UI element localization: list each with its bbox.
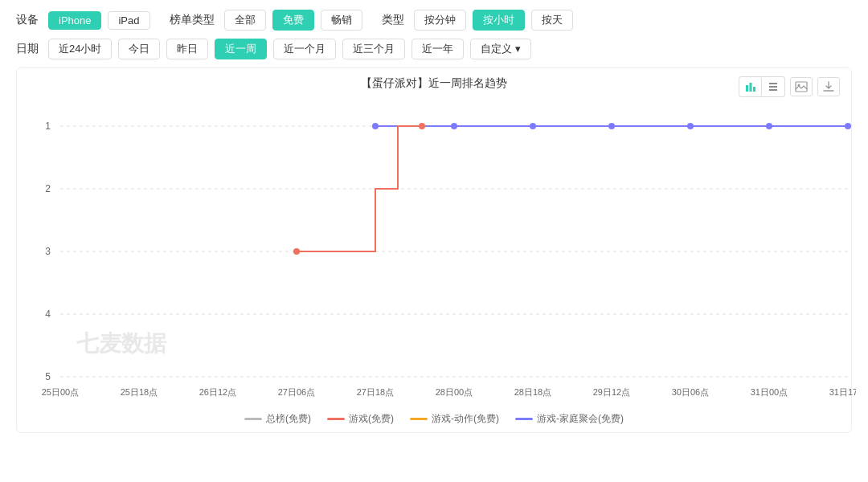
date-custom[interactable]: 自定义 ▾ bbox=[470, 39, 531, 59]
svg-point-37 bbox=[419, 123, 425, 129]
chart-svg-container: 七麦数据 1 2 3 4 5 bbox=[28, 94, 840, 407]
date-3months[interactable]: 近三个月 bbox=[342, 39, 405, 59]
svg-point-32 bbox=[608, 123, 615, 129]
legend-color-family bbox=[515, 418, 533, 420]
svg-point-31 bbox=[530, 123, 536, 129]
legend-item-action: 游戏-动作(免费) bbox=[410, 412, 499, 426]
svg-text:2: 2 bbox=[45, 183, 51, 194]
svg-text:3: 3 bbox=[45, 246, 51, 257]
svg-text:28日00点: 28日00点 bbox=[436, 387, 473, 397]
svg-point-34 bbox=[766, 123, 772, 129]
legend-label-action: 游戏-动作(免费) bbox=[432, 412, 499, 426]
legend-item-game: 游戏(免费) bbox=[327, 412, 394, 426]
svg-point-30 bbox=[451, 123, 457, 129]
device-iphone[interactable]: iPhone bbox=[48, 11, 101, 30]
date-today[interactable]: 今日 bbox=[118, 39, 160, 59]
svg-text:29日12点: 29日12点 bbox=[593, 387, 630, 397]
svg-text:31日17点: 31日17点 bbox=[829, 387, 856, 397]
svg-point-36 bbox=[293, 248, 300, 255]
legend-item-family: 游戏-家庭聚会(免费) bbox=[515, 412, 624, 426]
svg-text:31日00点: 31日00点 bbox=[751, 387, 788, 397]
date-week[interactable]: 近一周 bbox=[215, 39, 267, 59]
chart-type-label: 榜单类型 bbox=[170, 13, 215, 27]
svg-text:1: 1 bbox=[45, 120, 51, 132]
svg-rect-1 bbox=[749, 83, 751, 92]
svg-text:30日06点: 30日06点 bbox=[672, 387, 709, 397]
svg-point-33 bbox=[687, 123, 694, 129]
charttype-all[interactable]: 全部 bbox=[224, 10, 266, 31]
legend-item-total: 总榜(免费) bbox=[244, 412, 311, 426]
svg-text:4: 4 bbox=[45, 308, 51, 320]
legend-color-total bbox=[244, 418, 262, 420]
type-by-hour[interactable]: 按小时 bbox=[473, 10, 525, 31]
svg-text:26日12点: 26日12点 bbox=[199, 387, 236, 397]
device-ipad[interactable]: iPad bbox=[108, 11, 149, 30]
device-label: 设备 bbox=[16, 13, 39, 27]
date-month[interactable]: 近一个月 bbox=[273, 39, 336, 59]
chart-area: 【蛋仔派对】近一周排名趋势 bbox=[16, 67, 852, 433]
svg-text:27日18点: 27日18点 bbox=[357, 387, 394, 397]
date-year[interactable]: 近一年 bbox=[411, 39, 464, 59]
legend-color-game bbox=[327, 418, 345, 420]
legend-label-total: 总榜(免费) bbox=[266, 412, 311, 426]
svg-point-29 bbox=[372, 123, 379, 129]
svg-point-35 bbox=[845, 123, 851, 129]
type-by-minute[interactable]: 按分钟 bbox=[414, 10, 466, 31]
svg-rect-0 bbox=[746, 85, 748, 92]
chart-title: 【蛋仔派对】近一周排名趋势 bbox=[361, 76, 507, 91]
svg-text:25日18点: 25日18点 bbox=[121, 387, 158, 397]
type-label: 类型 bbox=[382, 13, 404, 27]
charttype-bestseller[interactable]: 畅销 bbox=[321, 10, 362, 31]
legend-label-game: 游戏(免费) bbox=[349, 412, 394, 426]
svg-rect-2 bbox=[753, 87, 755, 92]
chart-legend: 总榜(免费) 游戏(免费) 游戏-动作(免费) 游戏-家庭聚会(免费) bbox=[28, 412, 840, 426]
date-yesterday[interactable]: 昨日 bbox=[166, 39, 208, 59]
legend-color-action bbox=[410, 418, 428, 420]
legend-label-family: 游戏-家庭聚会(免费) bbox=[537, 412, 624, 426]
svg-text:25日00点: 25日00点 bbox=[42, 387, 79, 397]
svg-rect-6 bbox=[796, 82, 807, 92]
svg-text:28日18点: 28日18点 bbox=[514, 387, 551, 397]
date-24h[interactable]: 近24小时 bbox=[48, 39, 112, 59]
date-label: 日期 bbox=[16, 42, 39, 56]
svg-text:5: 5 bbox=[45, 371, 51, 382]
svg-text:27日06点: 27日06点 bbox=[278, 387, 315, 397]
charttype-free[interactable]: 免费 bbox=[272, 10, 314, 31]
type-by-day[interactable]: 按天 bbox=[531, 10, 573, 31]
chart-header: 【蛋仔派对】近一周排名趋势 bbox=[28, 76, 840, 91]
